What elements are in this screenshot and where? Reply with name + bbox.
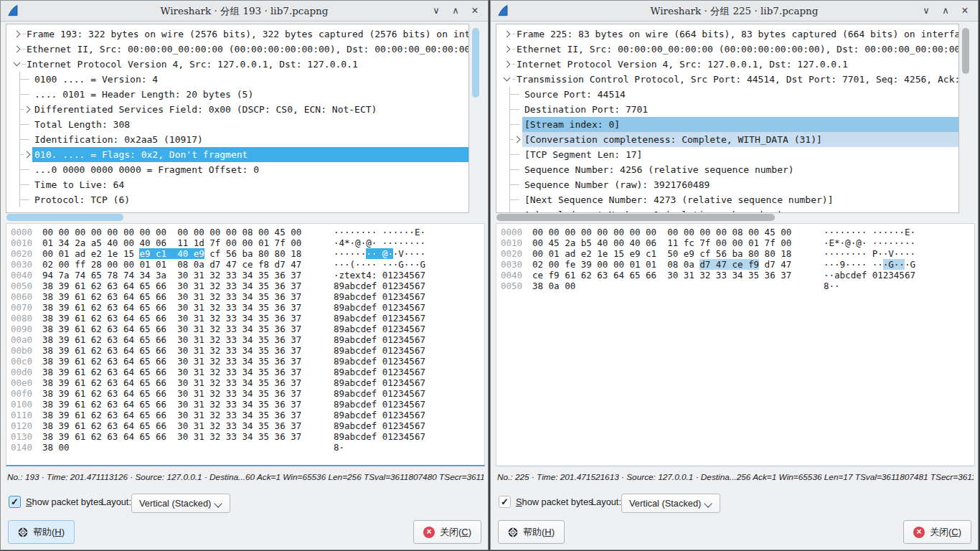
layout-select[interactable]: Vertical (Stacked)	[621, 494, 720, 513]
hex-row[interactable]: 008038 39 61 62 63 64 65 66 30 31 32 33 …	[11, 313, 484, 324]
tree-row[interactable]: .... 0101 = Header Length: 20 bytes (5)	[6, 87, 468, 102]
close-button[interactable]: × 关闭(C)	[413, 520, 481, 544]
tree-row[interactable]: Total Length: 308	[6, 117, 468, 132]
unshade-button-icon[interactable]: ∧	[450, 1, 461, 21]
hex-row[interactable]: 00e038 39 61 62 63 64 65 66 30 31 32 33 …	[11, 377, 484, 388]
hex-row[interactable]: 009038 39 61 62 63 64 65 66 30 31 32 33 …	[11, 324, 484, 334]
hex-bytes: 38 39 61 62 63 64 65 66 30 31 32 33 34 3…	[42, 334, 301, 345]
hex-row[interactable]: 003002 00 fe 39 00 00 01 01 08 0a d7 47 …	[501, 259, 974, 270]
tree-row[interactable]: 010. .... = Flags: 0x2, Don't fragment	[6, 147, 468, 162]
horizontal-scrollbar[interactable]	[496, 214, 775, 221]
hex-row[interactable]: 00f038 39 61 62 63 64 65 66 30 31 32 33 …	[11, 388, 484, 399]
hex-row[interactable]: 001001 34 2a a5 40 00 40 06 11 1d 7f 00 …	[11, 237, 484, 248]
close-window-icon[interactable]: ×	[469, 1, 481, 21]
hex-ascii: 89abcdef 01234567	[334, 291, 425, 302]
hex-row[interactable]: 00c038 39 61 62 63 64 65 66 30 31 32 33 …	[11, 356, 484, 367]
hex-offset: 0060	[11, 291, 42, 302]
expand-icon[interactable]	[504, 31, 511, 38]
hex-row[interactable]: 005038 39 61 62 63 64 65 66 30 31 32 33 …	[11, 281, 484, 291]
vertical-scrollbar[interactable]	[962, 28, 969, 74]
vertical-scrollbar[interactable]	[472, 28, 479, 98]
show-packet-bytes-checkbox[interactable]: ✓	[499, 496, 511, 508]
hex-ascii-text: ·G	[905, 259, 915, 270]
hex-row[interactable]: 004094 7a 74 65 78 74 34 3a 30 31 32 33 …	[11, 270, 484, 281]
tree-row[interactable]: Internet Protocol Version 4, Src: 127.0.…	[6, 57, 468, 72]
unshade-button-icon[interactable]: ∧	[940, 1, 951, 21]
tree-row[interactable]: Ethernet II, Src: 00:00:00_00:00:00 (00:…	[496, 42, 958, 57]
show-packet-bytes-checkbox[interactable]: ✓	[9, 496, 21, 508]
tree-row[interactable]: Identification: 0x2aa5 (10917)	[6, 132, 468, 147]
close-button[interactable]: × 关闭(C)	[903, 520, 971, 544]
tree-row[interactable]: Time to Live: 64	[6, 177, 468, 192]
hex-row[interactable]: 003002 00 ff 28 00 00 01 01 08 0a d7 47 …	[11, 259, 484, 270]
tree-row[interactable]: [Stream index: 0]	[496, 117, 958, 132]
hex-row[interactable]: 013038 39 61 62 63 64 65 66 30 31 32 33 …	[11, 431, 484, 442]
tree-row[interactable]: Frame 225: 83 bytes on wire (664 bits), …	[496, 27, 958, 42]
hex-row[interactable]: 011038 39 61 62 63 64 65 66 30 31 32 33 …	[11, 410, 484, 420]
expand-icon[interactable]	[504, 46, 511, 53]
tree-row[interactable]: Destination Port: 7701	[496, 102, 958, 117]
layout-select-value: Vertical (Stacked)	[629, 498, 701, 509]
tree-row[interactable]: [Conversation completeness: Complete, WI…	[496, 132, 958, 147]
tree-guide-dash	[510, 169, 519, 170]
hex-row[interactable]: 005038 0a 008··	[501, 281, 974, 291]
hex-row[interactable]: 001000 45 2a b5 40 00 40 06 11 fc 7f 00 …	[501, 237, 974, 248]
help-icon	[18, 527, 28, 537]
tree-row[interactable]: [Next Sequence Number: 4273 (relative se…	[496, 192, 958, 207]
packet-detail-tree[interactable]: Frame 193: 322 bytes on wire (2576 bits)…	[6, 24, 469, 213]
tree-row[interactable]: Frame 193: 322 bytes on wire (2576 bits)…	[6, 27, 468, 42]
hex-offset: 0000	[11, 227, 42, 237]
tree-row[interactable]: Transmission Control Protocol, Src Port:…	[496, 72, 958, 87]
tree-row[interactable]: ...0 0000 0000 0000 = Fragment Offset: 0	[6, 162, 468, 177]
hex-row[interactable]: 00d038 39 61 62 63 64 65 66 30 31 32 33 …	[11, 367, 484, 377]
hex-ascii: 89abcdef 01234567	[334, 281, 425, 291]
tree-row[interactable]: Acknowledgment Number: 1 (relative ack n…	[496, 207, 958, 213]
titlebar[interactable]: Wireshark · 分组 193 · lib7.pcapng ∨ ∧ ×	[1, 1, 488, 22]
packet-bytes-pane[interactable]: 000000 00 00 00 00 00 00 00 00 00 00 00 …	[6, 223, 485, 466]
hex-bytes: cf 56 ba 80 80 18	[204, 248, 301, 259]
help-button[interactable]: 帮助(H)	[498, 520, 565, 544]
layout-select[interactable]: Vertical (Stacked)	[131, 494, 230, 513]
packet-bytes-pane[interactable]: 000000 00 00 00 00 00 00 00 00 00 00 00 …	[496, 223, 975, 466]
tree-row-label: [Conversation completeness: Complete, WI…	[524, 132, 822, 147]
packet-detail-tree[interactable]: Frame 225: 83 bytes on wire (664 bits), …	[496, 24, 959, 213]
hex-row[interactable]: 007038 39 61 62 63 64 65 66 30 31 32 33 …	[11, 302, 484, 313]
expand-icon[interactable]	[24, 106, 31, 113]
expand-icon[interactable]	[504, 61, 511, 68]
horizontal-scrollbar[interactable]	[6, 214, 123, 221]
tree-guide-dash	[20, 184, 29, 185]
hex-bytes: 02 00 fe 39 00 00 01 01 08 0a	[532, 259, 699, 270]
expand-icon[interactable]	[14, 46, 21, 53]
hex-row[interactable]: 002000 01 ad e2 1e 15 e9 c1 40 e9 cf 56 …	[11, 248, 484, 259]
titlebar[interactable]: Wireshark · 分组 225 · lib7.pcapng ∨ ∧ ×	[491, 1, 978, 22]
tree-row[interactable]: Ethernet II, Src: 00:00:00_00:00:00 (00:…	[6, 42, 468, 57]
tree-row[interactable]: [TCP Segment Len: 17]	[496, 147, 958, 162]
help-button[interactable]: 帮助(H)	[8, 520, 75, 544]
hex-row[interactable]: 006038 39 61 62 63 64 65 66 30 31 32 33 …	[11, 291, 484, 302]
tree-row[interactable]: 0100 .... = Version: 4	[6, 72, 468, 87]
tree-row[interactable]: Sequence Number (raw): 3921760489	[496, 177, 958, 192]
hex-ascii: 89abcdef 01234567	[334, 334, 425, 345]
expand-icon[interactable]	[24, 151, 31, 159]
hex-row[interactable]: 0040ce f9 61 62 63 64 65 66 30 31 32 33 …	[501, 270, 974, 281]
hex-row[interactable]: 000000 00 00 00 00 00 00 00 00 00 00 00 …	[11, 227, 484, 237]
expand-icon[interactable]	[514, 136, 521, 143]
hex-row[interactable]: 000000 00 00 00 00 00 00 00 00 00 00 00 …	[501, 227, 974, 237]
hex-row[interactable]: 002000 01 ad e2 1e 15 e9 c1 50 e9 cf 56 …	[501, 248, 974, 259]
hex-row[interactable]: 010038 39 61 62 63 64 65 66 30 31 32 33 …	[11, 399, 484, 410]
hex-row[interactable]: 014038 008·	[11, 442, 484, 453]
shade-button-icon[interactable]: ∨	[430, 1, 442, 21]
collapse-icon[interactable]	[504, 75, 511, 82]
tree-row[interactable]: Internet Protocol Version 4, Src: 127.0.…	[496, 57, 958, 72]
tree-row[interactable]: Differentiated Services Field: 0x00 (DSC…	[6, 102, 468, 117]
expand-icon[interactable]	[14, 31, 21, 38]
hex-row[interactable]: 012038 39 61 62 63 64 65 66 30 31 32 33 …	[11, 420, 484, 431]
tree-row[interactable]: Protocol: TCP (6)	[6, 192, 468, 207]
hex-row[interactable]: 00b038 39 61 62 63 64 65 66 30 31 32 33 …	[11, 345, 484, 356]
tree-row[interactable]: Sequence Number: 4256 (relative sequence…	[496, 162, 958, 177]
close-window-icon[interactable]: ×	[959, 1, 971, 21]
tree-row[interactable]: Source Port: 44514	[496, 87, 958, 102]
shade-button-icon[interactable]: ∨	[920, 1, 932, 21]
collapse-icon[interactable]	[14, 60, 21, 67]
hex-row[interactable]: 00a038 39 61 62 63 64 65 66 30 31 32 33 …	[11, 334, 484, 345]
